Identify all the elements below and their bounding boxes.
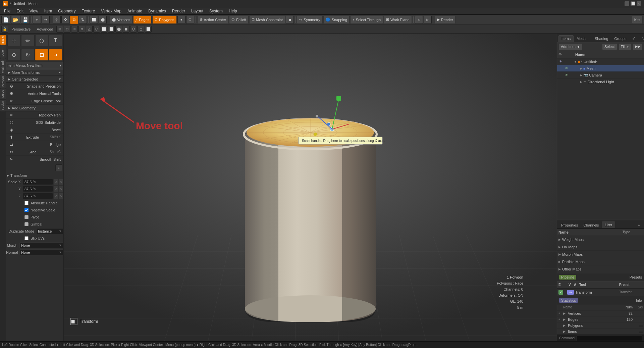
snaps-precision-item[interactable]: ⚙ Snaps and Precision (6, 83, 63, 90)
scale-z-inc[interactable]: ▷ (59, 193, 63, 199)
command-input[interactable] (577, 336, 642, 341)
vtab-basic[interactable]: Basic (0, 35, 6, 45)
maximize-button[interactable]: ⬜ (631, 1, 635, 6)
new-item-btn[interactable]: 📄 (1, 16, 10, 24)
pivot-cb[interactable] (24, 215, 29, 219)
edges-btn[interactable]: ╱ Edges (133, 16, 152, 24)
stats-info-label[interactable]: Info (636, 298, 642, 302)
add-geometry-header[interactable]: ▶ Add Geometry (6, 105, 63, 111)
text-tool-btn[interactable]: T (49, 35, 62, 46)
scale-x-input[interactable]: 87.5 % (23, 179, 53, 185)
scale-z-input[interactable]: 87.5 % (23, 193, 53, 199)
rotate-tool-btn[interactable]: ↻ (21, 49, 34, 60)
mode-toggle2[interactable]: ⬡ (186, 16, 194, 24)
menu-edit[interactable]: Edit (14, 8, 26, 14)
stats-row-polygons[interactable]: ▶ Polygons — (557, 322, 644, 329)
morph-dropdown[interactable]: None ▼ (19, 242, 63, 248)
vp-btn3[interactable]: ✕ (71, 26, 78, 33)
falloff-btn[interactable]: ⬡ Falloff (229, 16, 249, 24)
undo-btn[interactable]: ↩ (33, 16, 41, 24)
scale-z-slider[interactable]: ◁ ▷ (54, 193, 63, 199)
extrude-item[interactable]: ⬆ Extrude Shift+X (6, 134, 63, 141)
rotate-btn[interactable]: ↻ (79, 16, 87, 24)
menu-dynamics[interactable]: Dynamics (146, 8, 169, 14)
vp-btn13[interactable]: ⬜ (145, 26, 152, 33)
filter-btn[interactable]: Filter (619, 43, 631, 50)
kits-btn[interactable]: Kits (632, 16, 643, 24)
tree-item-light[interactable]: ▶ ☀ Directional Light (557, 79, 644, 85)
menu-layout[interactable]: Layout (189, 8, 206, 14)
transform-section-header[interactable]: ▶ Transform (6, 172, 63, 179)
edit-tool-btn[interactable]: ✏ (21, 35, 34, 46)
menu-vertex-map[interactable]: Vertex Map (98, 8, 124, 14)
vp-btn1[interactable]: ⊞ (56, 26, 63, 33)
toggle-btn1[interactable]: ⬜ (90, 16, 98, 24)
vp-btn4[interactable]: ⊕ (78, 26, 85, 33)
smooth-shift-item[interactable]: ⤷ Smooth Shift (6, 156, 63, 163)
close-button[interactable]: ✕ (637, 1, 641, 6)
dup-mode-dropdown[interactable]: Instance ▼ (36, 228, 63, 234)
mode-toggle[interactable]: ▼ (177, 16, 185, 24)
select-items-btn[interactable]: Select (602, 43, 617, 50)
menu-geometry[interactable]: Geometry (55, 8, 78, 14)
vtab-polygon[interactable]: Polygon (0, 75, 6, 89)
rtab-items[interactable]: Items (558, 35, 574, 42)
eye-untitled[interactable]: 👁 (558, 60, 563, 63)
sds-subdivide-item[interactable]: ⬡ SDS Subdivide (6, 119, 63, 126)
scale-x-slider[interactable]: ◁ ▷ (54, 179, 63, 185)
gimbal-cb[interactable] (24, 222, 29, 226)
symmetry-btn[interactable]: ⇔ Symmetry (297, 16, 323, 24)
stats-e-add[interactable]: + (558, 318, 563, 321)
vtab-fusion[interactable]: Fusion (0, 100, 6, 111)
ptab-lists[interactable]: Lists (602, 221, 615, 228)
ptab-properties[interactable]: Properties (558, 222, 581, 228)
vertex-normal-item[interactable]: ⚙ Vertex Normal Tools (6, 90, 63, 97)
menu-animate[interactable]: Animate (125, 8, 145, 14)
vp-btn12[interactable]: ◻ (138, 26, 144, 33)
slice-item[interactable]: ✂ Slice Shift+C (6, 148, 63, 156)
vp-btn6[interactable]: ⬡ (93, 26, 100, 33)
negative-scale-cb[interactable] (24, 208, 29, 212)
vtab-curve[interactable]: Curve (0, 89, 6, 99)
list-other-maps[interactable]: ▶ Other Maps (557, 265, 644, 273)
nav-btn2[interactable]: ▷ (424, 16, 432, 24)
render-btn[interactable]: ▶ Render (435, 16, 455, 24)
vtab-mesh-edit[interactable]: Mesh Edit (0, 58, 6, 74)
pipeline-row-0[interactable]: ✓ m Transform Transfor... (557, 289, 644, 296)
scale-y-dec[interactable]: ◁ (54, 186, 58, 192)
menu-view[interactable]: View (27, 8, 41, 14)
list-weight-maps[interactable]: ▶ Weight Maps (557, 236, 644, 243)
rtab-groups[interactable]: Groups (611, 35, 629, 42)
scale-y-slider[interactable]: ◁ ▷ (54, 186, 63, 192)
save-btn[interactable]: 💾 (21, 16, 30, 24)
viewport[interactable]: Scale handle. Drag here to scale positio… (64, 34, 557, 341)
scale-btn[interactable]: ⊡ (70, 16, 78, 24)
mesh-constraint-toggle[interactable]: ◼ (286, 16, 294, 24)
titlebar-controls[interactable]: — ⬜ ✕ (625, 1, 641, 6)
vertices-btn[interactable]: ⬤ Vertices (110, 16, 132, 24)
menu-item[interactable]: Item (42, 8, 55, 14)
mesh-constraint-btn[interactable]: ⊡ Mesh Constraint (249, 16, 285, 24)
stats-row-edges[interactable]: + ▶ Edges 120 ... (557, 316, 644, 322)
vp-btn9[interactable]: ⬤ (115, 26, 122, 33)
paint-tool-btn[interactable]: ⬡ (35, 35, 48, 46)
tree-item-camera[interactable]: 👁 ▶ 📷 Camera (557, 72, 644, 79)
rtab-mesh[interactable]: Mesh... (574, 35, 592, 42)
stats-v-add[interactable]: + (558, 312, 563, 315)
vp-btn2[interactable]: ⊡ (64, 26, 70, 33)
list-morph-maps[interactable]: ▶ Morph Maps (557, 251, 644, 258)
topology-pen-item[interactable]: ✏ Topology Pen (6, 111, 63, 119)
eye-mesh[interactable]: 👁 (564, 66, 569, 70)
menu-system[interactable]: System (207, 8, 225, 14)
vp-btn10[interactable]: ◼ (123, 26, 129, 33)
select-btn[interactable]: ⊹ (53, 16, 61, 24)
list-uv-maps[interactable]: ▶ UV Maps (557, 243, 644, 251)
absolute-handle-cb[interactable] (24, 201, 29, 205)
scale-y-input[interactable]: 87.5 % (23, 186, 53, 192)
expand-btn[interactable]: » (55, 164, 62, 171)
bridge-item[interactable]: ⇄ Bridge (6, 141, 63, 148)
work-plane-btn[interactable]: ⊞ Work Plane (384, 16, 412, 24)
action-center-btn[interactable]: ⊕ Action Center (197, 16, 229, 24)
center-selected-header[interactable]: ▶ Center Selected ▼ (6, 76, 63, 83)
vtab-deform[interactable]: Deform (0, 45, 6, 58)
